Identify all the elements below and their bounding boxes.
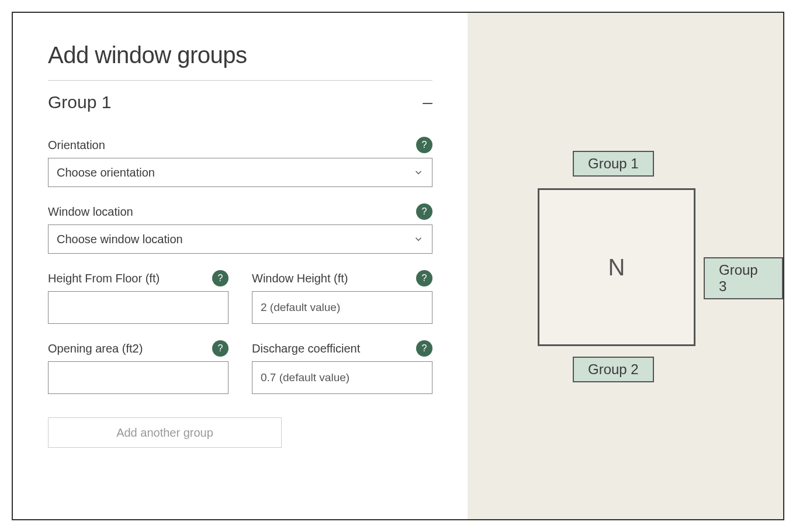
window-location-field: Window location ? Choose window location bbox=[48, 203, 432, 254]
chevron-down-icon bbox=[413, 234, 424, 244]
field-row-area: Opening area (ft2) ? Discharge coefficie… bbox=[48, 340, 432, 394]
field-row-heights: Height From Floor (ft) ? Window Height (… bbox=[48, 270, 432, 324]
window-height-label: Window Height (ft) bbox=[252, 272, 348, 285]
help-icon[interactable]: ? bbox=[212, 340, 229, 357]
discharge-coefficient-label: Discharge coefficient bbox=[252, 342, 360, 355]
diagram-panel: N Group 1 Group 2 Group 3 bbox=[468, 13, 783, 519]
help-icon[interactable]: ? bbox=[416, 340, 432, 357]
help-icon[interactable]: ? bbox=[416, 137, 432, 153]
form-panel: Add window groups Group 1 – Orientation … bbox=[13, 13, 468, 519]
page-title: Add window groups bbox=[48, 42, 432, 81]
orientation-field: Orientation ? Choose orientation bbox=[48, 137, 432, 187]
diagram-group-tag-right: Group 3 bbox=[704, 257, 783, 299]
discharge-coefficient-input[interactable] bbox=[252, 361, 432, 394]
window-location-select[interactable]: Choose window location bbox=[48, 224, 432, 254]
group-header: Group 1 – bbox=[48, 92, 432, 112]
help-icon[interactable]: ? bbox=[416, 270, 432, 286]
diagram-wrap: N Group 1 Group 2 Group 3 bbox=[468, 13, 783, 519]
height-from-floor-input[interactable] bbox=[48, 291, 229, 324]
opening-area-label: Opening area (ft2) bbox=[48, 342, 143, 355]
app-container: Add window groups Group 1 – Orientation … bbox=[12, 12, 784, 520]
diagram-group-tag-bottom: Group 2 bbox=[573, 357, 654, 382]
room-box: N bbox=[538, 188, 695, 346]
window-height-input[interactable] bbox=[252, 291, 432, 324]
window-location-placeholder: Choose window location bbox=[57, 233, 183, 246]
window-location-label: Window location bbox=[48, 205, 133, 219]
orientation-label: Orientation bbox=[48, 139, 105, 152]
orientation-select[interactable]: Choose orientation bbox=[48, 158, 432, 187]
orientation-placeholder: Choose orientation bbox=[57, 166, 155, 179]
opening-area-input[interactable] bbox=[48, 361, 229, 394]
add-another-group-button[interactable]: Add another group bbox=[48, 417, 282, 448]
help-icon[interactable]: ? bbox=[416, 203, 432, 220]
room-north-label: N bbox=[608, 254, 625, 281]
height-from-floor-label: Height From Floor (ft) bbox=[48, 272, 160, 285]
collapse-button[interactable]: – bbox=[423, 94, 432, 111]
help-icon[interactable]: ? bbox=[212, 270, 229, 286]
chevron-down-icon bbox=[413, 167, 424, 178]
group-title: Group 1 bbox=[48, 92, 111, 112]
diagram-group-tag-top: Group 1 bbox=[573, 151, 654, 177]
